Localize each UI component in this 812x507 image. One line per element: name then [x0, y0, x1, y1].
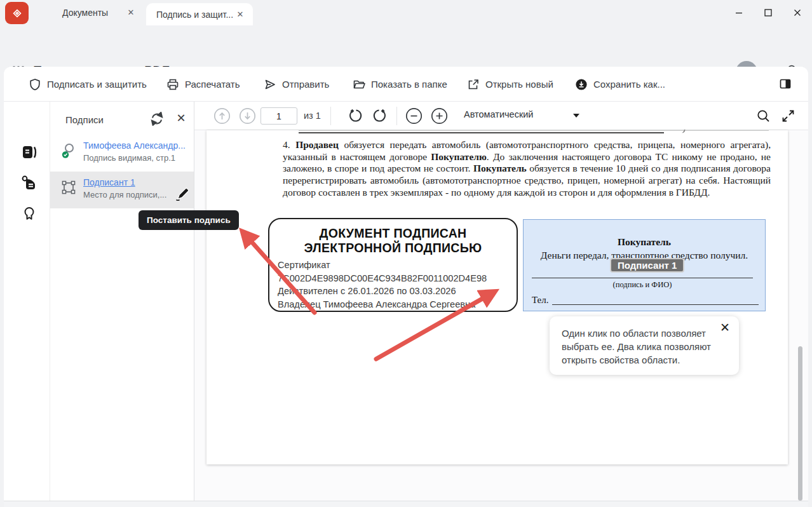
action-label: Подписать и защитить	[47, 79, 147, 90]
sign-and-protect-button[interactable]: Подписать и защитить	[29, 67, 147, 102]
zoom-mode-value: Автоматический	[464, 109, 533, 119]
rotate-left-icon[interactable]	[347, 107, 363, 124]
stamp-title-line1: ДОКУМЕНТ ПОДПИСАН	[269, 226, 517, 241]
phone-label: Тел.	[532, 295, 548, 306]
page-total-label: из 1	[304, 111, 321, 121]
toolbar-divider	[330, 107, 331, 125]
save-icon	[575, 78, 588, 91]
certificates-panel-icon[interactable]	[21, 205, 37, 222]
buyer-signature-area[interactable]: Покупатель Деньги передал, транспортное …	[523, 219, 766, 311]
left-icon-rail	[4, 102, 50, 501]
minimize-button[interactable]	[724, 0, 754, 25]
shield-icon	[29, 78, 41, 91]
show-in-folder-button[interactable]: Показать в папке	[353, 67, 447, 102]
tab-label: Подпись и защит...	[156, 10, 233, 20]
signature-name-link[interactable]: Тимофеева Александр...	[83, 140, 186, 151]
page-down-button[interactable]	[239, 107, 256, 125]
open-new-icon	[467, 78, 480, 91]
rotate-right-icon[interactable]	[372, 107, 388, 124]
phone-line	[552, 304, 759, 305]
certificate-label: Сертификат	[278, 259, 517, 272]
tab-sign-protect[interactable]: Подпись и защит... ✕	[146, 3, 253, 25]
certificate-validity: Действителен с 26.01.2026 по 03.03.2026	[278, 285, 517, 298]
bottom-edge	[4, 501, 808, 507]
tab-close-icon[interactable]: ✕	[126, 8, 136, 18]
action-label: Сохранить как...	[593, 79, 665, 90]
truncated-text-fragment	[681, 128, 686, 133]
send-icon	[264, 78, 276, 91]
panel-toggle-icon[interactable]	[779, 78, 792, 90]
truncated-rule	[299, 130, 769, 131]
signatures-panel-title: Подписи	[65, 114, 104, 125]
close-panel-icon[interactable]: ✕	[173, 111, 189, 126]
action-label: Распечатать	[185, 79, 240, 90]
signature-caption: (подпись и ФИО)	[524, 280, 761, 290]
tab-label: Документы	[62, 8, 108, 18]
zoom-in-button[interactable]	[431, 107, 448, 125]
pdf-viewer: из 1 Автоматический	[194, 102, 808, 501]
titlebar: Документы ✕ Подпись и защит... ✕	[0, 0, 812, 25]
signatures-panel: Подписи ✕ Тимофеева Александр... Подпись…	[50, 102, 194, 501]
sign-action-tooltip: Поставить подпись	[139, 210, 239, 230]
certificate-owner: Владелец Тимофеева Александра Сергеевна	[278, 298, 517, 311]
contract-paragraph: 4. Продавец обязуется передать автомобил…	[283, 139, 771, 199]
printer-icon	[166, 78, 179, 91]
signature-stamp[interactable]: ДОКУМЕНТ ПОДПИСАН ЭЛЕКТРОННОЙ ПОДПИСЬЮ С…	[268, 218, 518, 312]
refresh-icon[interactable]	[149, 111, 165, 126]
action-label: Отправить	[282, 79, 329, 90]
zoom-out-button[interactable]	[405, 107, 423, 125]
tab-documents[interactable]: Документы ✕	[48, 0, 144, 25]
folder-icon	[353, 78, 365, 91]
zoom-mode-select[interactable]: Автоматический	[464, 109, 533, 119]
signature-subtitle: Место для подписи,...	[83, 190, 166, 199]
close-button[interactable]	[783, 0, 812, 25]
fullscreen-icon[interactable]	[781, 109, 795, 123]
app-window: Документы ✕ Подпись и защит... ✕	[0, 0, 812, 507]
page-up-button[interactable]	[213, 107, 231, 125]
signature-subtitle: Подпись видимая, стр.1	[83, 153, 175, 163]
signing-cursor-icon	[174, 185, 191, 201]
close-icon[interactable]: ✕	[719, 321, 731, 334]
save-as-button[interactable]: Сохранить как...	[575, 67, 665, 102]
document-page[interactable]: 4. Продавец обязуется передать автомобил…	[206, 130, 788, 464]
page-number-input[interactable]	[261, 107, 297, 125]
signatures-panel-icon[interactable]	[21, 175, 37, 191]
send-button[interactable]: Отправить	[264, 67, 329, 102]
signature-list-item-selected[interactable]: Подписант 1 Место для подписи,...	[50, 172, 194, 208]
chevron-down-icon[interactable]	[573, 114, 579, 118]
signature-placeholder-icon	[60, 179, 77, 196]
truncated-underline	[299, 132, 664, 133]
vertical-scrollbar[interactable]	[798, 346, 802, 501]
pages-panel-icon[interactable]	[21, 144, 37, 161]
main-panel: Подписать и защитить Распечатать Отправи…	[4, 67, 808, 507]
tab-close-icon[interactable]: ✕	[235, 10, 245, 20]
action-label: Открыть новый	[485, 79, 553, 90]
stamp-title-line2: ЭЛЕКТРОННОЙ ПОДПИСЬЮ	[269, 241, 517, 255]
pdf-toolbar: из 1 Автоматический	[194, 102, 808, 130]
signature-valid-icon	[60, 142, 77, 159]
certificate-number: 7C002D4E9898DC00E4C934B82F0011002D4E98	[278, 272, 517, 285]
search-icon[interactable]	[756, 109, 771, 123]
buyer-heading: Покупатель	[524, 236, 765, 248]
app-header: Подпись и защита PDF Профиль #1	[0, 25, 812, 67]
signature-line	[532, 278, 753, 278]
signature-list-item[interactable]: Тимофеева Александр... Подпись видимая, …	[50, 135, 194, 170]
signer-link[interactable]: Подписант 1	[83, 177, 135, 187]
actions-toolbar: Подписать и защитить Распечатать Отправи…	[4, 67, 808, 102]
toolbar-divider	[396, 107, 397, 125]
window-controls	[724, 0, 812, 25]
open-new-button[interactable]: Открыть новый	[467, 67, 553, 102]
maximize-button[interactable]	[754, 0, 783, 25]
signer-badge[interactable]: Подписант 1	[610, 258, 684, 273]
hint-tooltip: Один клик по области позволяет выбрать е…	[550, 316, 739, 375]
print-button[interactable]: Распечатать	[166, 67, 240, 102]
action-label: Показать в папке	[371, 79, 447, 90]
app-logo-icon	[5, 2, 29, 24]
hint-text: Один клик по области позволяет выбрать е…	[562, 327, 721, 367]
